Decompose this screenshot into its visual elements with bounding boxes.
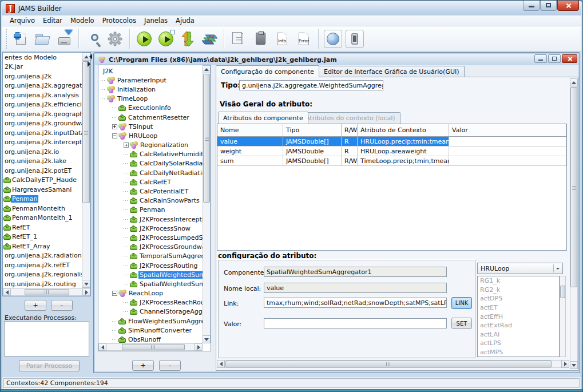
expand-toggle-icon[interactable]	[112, 124, 117, 129]
run-model-gui-button[interactable]	[156, 29, 176, 49]
list-item[interactable]: Penman	[3, 195, 91, 204]
tree-node[interactable]: CalcPotentialET	[98, 187, 211, 196]
list-item[interactable]: HargreavesSamani	[3, 185, 91, 195]
list-item[interactable]: org.unijena.j2k.inputData	[3, 128, 91, 138]
save-model-button[interactable]	[54, 29, 74, 49]
list-item[interactable]: org.unijena.j2k.geographic	[3, 109, 91, 119]
open-model-button[interactable]	[32, 29, 53, 49]
list-item[interactable]: org.unijena.j2k.interception	[3, 138, 91, 148]
menu-item-arquivo[interactable]: Arquivo	[6, 15, 39, 26]
tree-scroll-down[interactable]	[203, 335, 211, 343]
list-item[interactable]: PenmanMonteith	[3, 204, 91, 213]
table-header-cell[interactable]: R/W	[342, 124, 358, 136]
nome-local-field[interactable]: value	[264, 283, 447, 293]
tree-node[interactable]: Regionalization	[98, 141, 211, 150]
left-list-hthumb[interactable]	[25, 289, 69, 295]
tree-remove-button[interactable]: -	[159, 360, 181, 371]
menu-item-modelo[interactable]: Modelo	[66, 15, 98, 26]
componente-field[interactable]: SpatialWeightedSumAggregator1	[264, 267, 447, 277]
left-list-scroll-left[interactable]	[3, 288, 11, 296]
config-scroll-up[interactable]	[570, 78, 578, 86]
collapse-toggle-icon[interactable]	[112, 133, 117, 138]
tree-node[interactable]: TimeLoop	[98, 94, 211, 104]
set-button[interactable]: SET	[451, 318, 472, 329]
settings-button[interactable]	[105, 29, 125, 49]
model-close-button[interactable]	[562, 54, 577, 63]
list-item[interactable]: RefET_Array	[3, 241, 91, 251]
device-button[interactable]	[346, 30, 364, 48]
list-item[interactable]: RefET	[3, 223, 91, 232]
tree-node[interactable]: J2KProcessReachRouti	[98, 298, 211, 307]
clipboard-button[interactable]	[250, 29, 271, 49]
list-item[interactable]: org.unijena.j2k.regionalisat	[3, 270, 91, 280]
geo-layers-button[interactable]	[199, 29, 220, 49]
info-log-button[interactable]: Info	[272, 29, 292, 49]
config-scroll-right[interactable]	[561, 360, 569, 368]
list-item[interactable]: org.unijena.j2k.routing	[3, 279, 91, 289]
tree-add-button[interactable]: +	[132, 360, 154, 371]
tree-node[interactable]: SpatialWeightedSumAg	[98, 270, 211, 279]
context-attribute-item[interactable]: actEffH	[478, 312, 559, 321]
list-item[interactable]: org.unijena.j2k.lake	[3, 157, 91, 167]
config-scroll-left[interactable]	[217, 360, 225, 368]
left-list-scroll-right[interactable]	[82, 288, 90, 296]
context-attribute-item[interactable]: actLAI	[478, 330, 559, 339]
menu-item-janelas[interactable]: Janelas	[140, 15, 172, 26]
tree-node[interactable]: ParameterInput	[98, 76, 211, 85]
tab-component-attributes[interactable]: Atributos do componente	[218, 112, 308, 124]
toolbar-drag-handle[interactable]	[6, 29, 7, 49]
table-header-cell[interactable]: Tipo	[283, 124, 342, 136]
tree-vthumb[interactable]	[203, 74, 210, 203]
tree-node[interactable]: TSInput	[98, 122, 211, 131]
splitter-collapse-left[interactable]	[86, 54, 92, 60]
component-remove-button[interactable]: -	[51, 300, 73, 311]
table-header-cell[interactable]: Valor	[449, 124, 566, 136]
config-hthumb[interactable]	[225, 361, 552, 367]
list-item[interactable]: org.unijena.j2k	[3, 72, 91, 81]
context-attribute-item[interactable]: actDPS	[478, 294, 559, 303]
table-row[interactable]: sumJAMSDouble[]R/WTimeLoop.precip;tmin;t…	[217, 156, 566, 166]
list-item[interactable]: org.unijena.j2k.radiation	[3, 251, 91, 261]
table-header-cell[interactable]: Nome	[217, 124, 283, 136]
exchange-button[interactable]	[177, 29, 198, 49]
list-item[interactable]: 2K.jar	[3, 62, 91, 72]
web-button[interactable]	[324, 30, 342, 48]
tree-node[interactable]: FlowWeightedSumAggrega	[98, 316, 211, 326]
new-model-button[interactable]	[10, 29, 31, 49]
tree-node[interactable]: J2KProcessRouting	[98, 261, 211, 270]
tree-node[interactable]: CatchmentResetter	[98, 113, 211, 122]
valor-field[interactable]	[264, 318, 447, 328]
list-item[interactable]: org.unijena.j2k.analysis	[3, 90, 91, 100]
list-item[interactable]: org.unijena.j2k.groundwat	[3, 119, 91, 129]
minimize-button[interactable]	[523, 1, 540, 11]
tree-node[interactable]: ExecutionInfo	[98, 104, 211, 113]
context-attribute-item[interactable]: actExtRad	[478, 321, 559, 330]
tree-node[interactable]: CalcRefET	[98, 177, 211, 187]
left-list-vthumb[interactable]	[82, 61, 90, 203]
config-vthumb[interactable]	[570, 87, 577, 287]
tab-gui-editor[interactable]: Editor de Interface Gráfica de Usuário(G…	[319, 66, 465, 77]
context-attribute-item[interactable]: actMPS	[478, 348, 559, 357]
tree-node[interactable]: J2KProcessInterception	[98, 215, 211, 224]
list-item[interactable]: org.unijena.j2k.aggregate	[3, 81, 91, 91]
title-bar[interactable]: J JAMS Builder	[2, 1, 581, 15]
tree-node[interactable]: J2K	[98, 66, 211, 76]
tree-node[interactable]: CalcRelativeHumidity	[98, 150, 211, 159]
list-item[interactable]: org.unijena.j2k.potET	[3, 166, 91, 176]
tree-node[interactable]: Penman	[98, 205, 211, 215]
list-item[interactable]: org.unijena.j2k.efficiencies	[3, 100, 91, 110]
context-attribute-item[interactable]: actET	[478, 303, 559, 312]
left-list-scroll-down[interactable]	[82, 280, 90, 288]
tree-node[interactable]: J2KProcessLumpedSoilW	[98, 233, 211, 242]
collapse-toggle-icon[interactable]	[112, 291, 117, 296]
splitter-collapse-right[interactable]	[88, 61, 93, 67]
tree-node[interactable]: ChannelStorageAggreg	[98, 307, 211, 316]
table-row[interactable]: valueJAMSDouble[]RHRULoop.precip;tmin;tm…	[217, 137, 566, 146]
menu-item-ajuda[interactable]: Ajuda	[172, 15, 199, 26]
config-scroll-down[interactable]	[570, 361, 578, 369]
model-window-titlebar[interactable]: C:\Program Files (x86)\jams\data\j2k_geh…	[95, 54, 578, 65]
list-item[interactable]: CalcDailyETP_Haude	[3, 176, 91, 185]
list-item[interactable]: org.unijena.j2k.io	[3, 147, 91, 157]
copy-button[interactable]	[228, 29, 249, 49]
list-item[interactable]: PenmanMonteith_1	[3, 213, 91, 223]
